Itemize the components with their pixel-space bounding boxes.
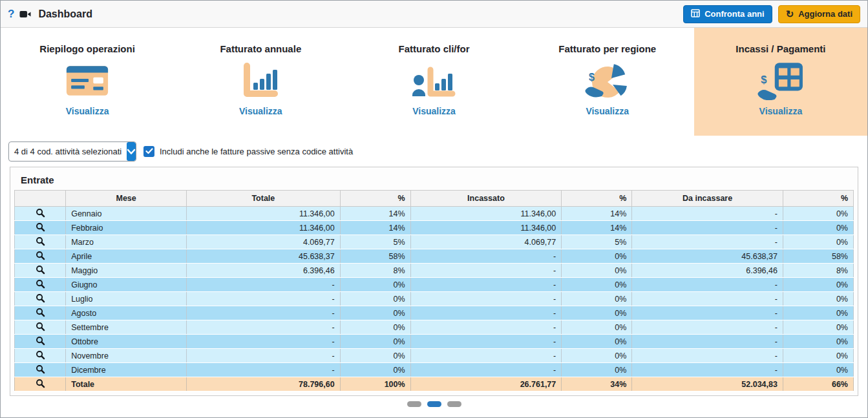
annual-revenue-chart-icon: [240, 59, 281, 102]
cell-incassato-pct: 0%: [562, 292, 632, 306]
col-header-incassato: Incassato: [410, 191, 562, 207]
cell-da-incassare: -: [632, 292, 783, 306]
cell-da-incassare: -: [632, 306, 783, 320]
compare-years-button[interactable]: Confronta anni: [683, 5, 772, 23]
row-zoom-button[interactable]: [15, 335, 66, 349]
table-row: Giugno-0%-0%-0%: [15, 278, 854, 292]
card-title: Incassi / Pagamenti: [736, 43, 825, 54]
help-icon[interactable]: ?: [8, 8, 14, 21]
cell-da-incassare: 6.396,46: [632, 264, 783, 278]
card-fatturato-cli-for[interactable]: Fatturato cli/for Visualizza: [347, 28, 520, 136]
cell-incassato: -: [410, 320, 562, 335]
table-row: Aprile45.638,3758%-0%45.638,3758%: [15, 249, 854, 264]
table-header-row: Mese Totale % Incassato % Da incassare %: [15, 191, 854, 207]
cell-da-incassare: -: [632, 221, 783, 235]
cell-da-incassare-pct: 8%: [783, 264, 853, 278]
table-row: Gennaio11.346,0014%11.346,0014%-0%: [15, 207, 854, 221]
cell-totale: -: [187, 278, 341, 292]
cell-da-incassare-pct: 0%: [783, 349, 853, 363]
card-title: Riepilogo operazioni: [39, 43, 135, 54]
pager-dot-1[interactable]: [407, 401, 421, 407]
cell-totale: 45.638,37: [187, 249, 341, 264]
cell-da-incassare-pct: 0%: [783, 221, 853, 235]
table-row: Luglio-0%-0%-0%: [15, 292, 854, 306]
cell-da-incassare: -: [632, 363, 783, 377]
cell-incassato: -: [410, 306, 562, 320]
activity-codes-select-value: 4 di 4 cod. attività selezionati: [9, 142, 127, 161]
row-zoom-button[interactable]: [15, 207, 66, 221]
cell-incassato-pct: 5%: [562, 235, 632, 249]
activity-codes-select[interactable]: 4 di 4 cod. attività selezionati: [8, 141, 136, 162]
cell-mese: Dicembre: [66, 363, 187, 377]
cell-da-incassare: -: [632, 207, 783, 221]
cell-totale: 78.796,60: [187, 377, 341, 392]
cell-da-incassare: -: [632, 235, 783, 249]
cell-totale: -: [187, 335, 341, 349]
col-header-totale: Totale: [187, 191, 341, 207]
row-zoom-button[interactable]: [15, 292, 66, 306]
summary-card-icon: [65, 59, 110, 102]
row-zoom-button[interactable]: [15, 278, 66, 292]
cell-totale-pct: 100%: [340, 377, 410, 392]
refresh-data-button[interactable]: ↻ Aggiorna dati: [778, 5, 860, 23]
pager-dot-3[interactable]: [447, 401, 461, 407]
refresh-data-label: Aggiorna dati: [798, 9, 852, 19]
cell-incassato: 11.346,00: [410, 221, 562, 235]
include-passive-invoices-label: Includi anche le fatture passive senza c…: [160, 147, 353, 156]
card-riepilogo-operazioni[interactable]: Riepilogo operazioni Visualizza: [1, 28, 174, 136]
row-zoom-button[interactable]: [15, 349, 66, 363]
cell-totale-pct: 58%: [340, 249, 410, 264]
table-row: Settembre-0%-0%-0%: [15, 320, 854, 335]
cell-totale-pct: 0%: [340, 292, 410, 306]
table-row: Dicembre-0%-0%-0%: [15, 363, 854, 377]
cell-incassato-pct: 0%: [562, 249, 632, 264]
cell-incassato-pct: 14%: [562, 207, 632, 221]
cell-totale-pct: 0%: [340, 306, 410, 320]
card-title: Fatturato per regione: [558, 43, 656, 54]
table-row: Novembre-0%-0%-0%: [15, 349, 854, 363]
chevron-down-icon: [127, 142, 136, 161]
visualizza-link[interactable]: Visualizza: [586, 106, 629, 116]
col-header-zoom: [15, 191, 66, 207]
visualizza-link[interactable]: Visualizza: [759, 106, 803, 116]
table-row: Maggio6.396,468%-0%6.396,468%: [15, 264, 854, 278]
cell-incassato-pct: 0%: [562, 349, 632, 363]
cell-totale: -: [187, 363, 341, 377]
cell-mese: Novembre: [66, 349, 187, 363]
visualizza-link[interactable]: Visualizza: [412, 106, 456, 116]
row-zoom-button[interactable]: [15, 264, 66, 278]
cell-da-incassare-pct: 58%: [783, 249, 853, 264]
card-fatturato-per-regione[interactable]: Fatturato per regione $ Visualizza: [521, 28, 694, 136]
video-camera-icon[interactable]: [19, 10, 31, 19]
cell-totale-pct: 14%: [340, 221, 410, 235]
row-zoom-button[interactable]: [15, 320, 66, 335]
topbar-buttons: Confronta anni ↻ Aggiorna dati: [683, 5, 860, 23]
table-row: Ottobre-0%-0%-0%: [15, 335, 854, 349]
cell-mese: Aprile: [66, 249, 187, 264]
visualizza-link[interactable]: Visualizza: [66, 106, 109, 116]
col-header-mese: Mese: [66, 191, 187, 207]
cell-mese: Luglio: [66, 292, 187, 306]
row-zoom-button[interactable]: [15, 306, 66, 320]
entrate-panel: Entrate Mese Totale % Incassato % Da inc…: [10, 167, 858, 396]
visualizza-link[interactable]: Visualizza: [239, 106, 282, 116]
cell-totale-pct: 0%: [340, 278, 410, 292]
cell-totale-pct: 0%: [340, 335, 410, 349]
include-passive-invoices-checkbox[interactable]: [143, 146, 154, 157]
row-zoom-button[interactable]: [15, 249, 66, 264]
row-zoom-button[interactable]: [15, 377, 66, 392]
region-pie-chart-icon: $: [584, 59, 631, 102]
filter-bar: 4 di 4 cod. attività selezionati Includi…: [1, 136, 867, 167]
card-title: Fatturato annuale: [220, 43, 301, 54]
row-zoom-button[interactable]: [15, 363, 66, 377]
row-zoom-button[interactable]: [15, 235, 66, 249]
pager-dot-2[interactable]: [427, 401, 441, 407]
cell-totale: 11.346,00: [187, 207, 341, 221]
cell-incassato: -: [410, 264, 562, 278]
cell-incassato-pct: 0%: [562, 306, 632, 320]
cell-da-incassare: 52.034,83: [632, 377, 783, 392]
card-fatturato-annuale[interactable]: Fatturato annuale Visualizza: [174, 28, 347, 136]
card-incassi-pagamenti[interactable]: Incassi / Pagamenti $ Visualizza: [694, 28, 867, 136]
row-zoom-button[interactable]: [15, 221, 66, 235]
cell-da-incassare: -: [632, 349, 783, 363]
